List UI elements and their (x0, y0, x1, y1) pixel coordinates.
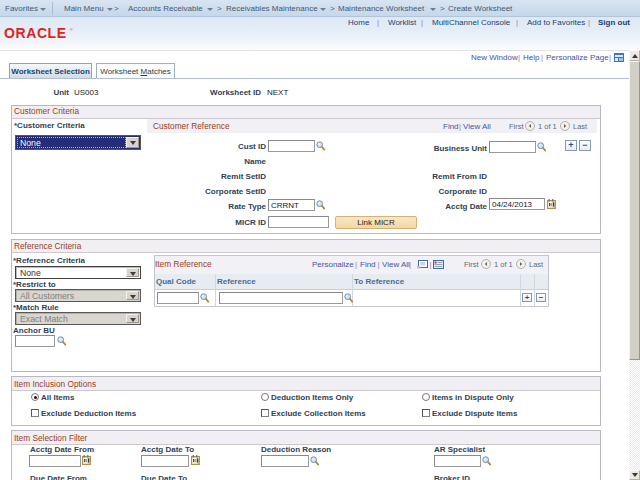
svg-text:ORACLE: ORACLE (4, 26, 67, 41)
svg-text:®: ® (70, 28, 73, 32)
